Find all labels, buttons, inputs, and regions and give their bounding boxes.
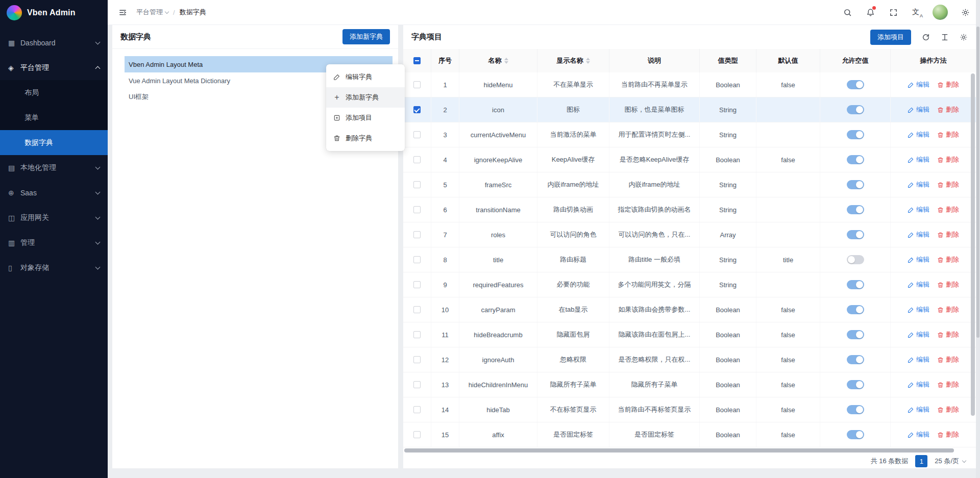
translate-icon[interactable]: 文A <box>911 8 921 17</box>
edit-button[interactable]: 编辑 <box>908 230 929 239</box>
row-checkbox[interactable] <box>413 181 421 188</box>
notification-bell-icon[interactable] <box>865 7 876 18</box>
allow-null-toggle[interactable] <box>847 205 864 214</box>
table-row[interactable]: 11 hideBreadcrumb 隐藏面包屑 隐藏该路由在面包屑上... Bo… <box>403 322 976 347</box>
context-menu-item-add-item[interactable]: 添加项目 <box>326 108 405 128</box>
edit-button[interactable]: 编辑 <box>908 130 929 139</box>
table-row[interactable]: 3 currentActiveMenu 当前激活的菜单 用于配置详情页时左侧..… <box>403 122 976 147</box>
allow-null-toggle[interactable] <box>847 180 864 189</box>
allow-null-toggle[interactable] <box>847 255 864 264</box>
horizontal-scrollbar-thumb[interactable] <box>404 448 954 452</box>
table-row[interactable]: 10 carryParam 在tab显示 如果该路由会携带参数... Boole… <box>403 297 976 322</box>
row-checkbox[interactable] <box>413 231 421 238</box>
table-row[interactable]: 14 hideTab 不在标签页显示 当前路由不再标签页显示 Boolean f… <box>403 397 976 422</box>
allow-null-toggle[interactable] <box>847 230 864 239</box>
allow-null-toggle[interactable] <box>847 405 864 414</box>
allow-null-toggle[interactable] <box>847 355 864 364</box>
allow-null-toggle[interactable] <box>847 305 864 314</box>
row-checkbox[interactable] <box>413 81 421 88</box>
delete-button[interactable]: 删除 <box>937 305 959 314</box>
table-scrollbar-thumb[interactable] <box>971 73 975 416</box>
gear-icon[interactable] <box>960 7 971 18</box>
sort-icon[interactable] <box>504 58 508 64</box>
sidebar-item[interactable]: ▦ Dashboard <box>0 30 108 55</box>
search-icon[interactable] <box>842 7 853 18</box>
page-size-select[interactable]: 25 条/页 <box>935 457 966 466</box>
row-checkbox[interactable] <box>413 156 421 163</box>
sidebar-item[interactable]: ▥ 管理 <box>0 230 108 255</box>
sidebar-item[interactable]: ⊕ Saas <box>0 180 108 205</box>
allow-null-toggle[interactable] <box>847 105 864 114</box>
delete-button[interactable]: 删除 <box>937 80 959 89</box>
context-menu-item-edit-dictionary[interactable]: 编辑字典 <box>326 67 405 87</box>
fullscreen-icon[interactable] <box>888 7 899 18</box>
delete-button[interactable]: 删除 <box>937 230 959 239</box>
sort-icon[interactable] <box>586 58 590 64</box>
edit-button[interactable]: 编辑 <box>908 355 929 364</box>
sidebar-item[interactable]: 菜单 <box>0 105 108 130</box>
allow-null-toggle[interactable] <box>847 80 864 89</box>
edit-button[interactable]: 编辑 <box>908 280 929 289</box>
delete-button[interactable]: 删除 <box>937 180 959 189</box>
delete-button[interactable]: 删除 <box>937 105 959 114</box>
row-checkbox[interactable] <box>413 381 421 388</box>
table-row[interactable]: 13 hideChildrenInMenu 隐藏所有子菜单 隐藏所有子菜单 Bo… <box>403 372 976 397</box>
edit-button[interactable]: 编辑 <box>908 155 929 164</box>
edit-button[interactable]: 编辑 <box>908 305 929 314</box>
page-number-button[interactable]: 1 <box>915 455 927 467</box>
table-row[interactable]: 1 hideMenu 不在菜单显示 当前路由不再菜单显示 Boolean fal… <box>403 72 976 97</box>
context-menu-item-delete-dictionary[interactable]: 删除字典 <box>326 128 405 148</box>
row-checkbox[interactable] <box>413 131 421 138</box>
avatar[interactable] <box>933 5 948 20</box>
table-row[interactable]: 4 ignoreKeepAlive KeepAlive缓存 是否忽略KeepAl… <box>403 147 976 172</box>
delete-button[interactable]: 删除 <box>937 280 959 289</box>
delete-button[interactable]: 删除 <box>937 380 959 389</box>
delete-button[interactable]: 删除 <box>937 330 959 339</box>
edit-button[interactable]: 编辑 <box>908 105 929 114</box>
table-row[interactable]: 2 icon 图标 图标，也是菜单图标 String 编辑 <box>403 97 976 122</box>
row-checkbox[interactable] <box>413 406 421 413</box>
sidebar-item[interactable]: ▤ 本地化管理 <box>0 155 108 180</box>
allow-null-toggle[interactable] <box>847 380 864 389</box>
edit-button[interactable]: 编辑 <box>908 205 929 214</box>
edit-button[interactable]: 编辑 <box>908 180 929 189</box>
refresh-icon[interactable] <box>922 33 930 41</box>
table-row[interactable]: 15 affix 是否固定标签 是否固定标签 Boolean false 编辑 <box>403 422 976 447</box>
delete-button[interactable]: 删除 <box>937 355 959 364</box>
breadcrumb-section[interactable]: 平台管理 <box>136 8 168 17</box>
add-dictionary-button[interactable]: 添加新字典 <box>342 29 390 44</box>
sidebar-item[interactable]: ▯ 对象存储 <box>0 255 108 280</box>
menu-fold-icon[interactable] <box>117 7 128 18</box>
allow-null-toggle[interactable] <box>847 155 864 164</box>
page-scrollbar-thumb[interactable] <box>976 27 979 338</box>
row-checkbox[interactable] <box>413 106 421 113</box>
row-checkbox[interactable] <box>413 306 421 313</box>
delete-button[interactable]: 删除 <box>937 255 959 264</box>
sidebar-item[interactable]: 数据字典 <box>0 130 108 155</box>
table-row[interactable]: 9 requiredFeatures 必要的功能 多个功能间用英文，分隔 Str… <box>403 272 976 297</box>
table-row[interactable]: 6 transitionName 路由切换动画 指定该路由切换的动画名 Stri… <box>403 197 976 222</box>
allow-null-toggle[interactable] <box>847 280 864 289</box>
header-name[interactable]: 名称 <box>459 49 537 72</box>
delete-button[interactable]: 删除 <box>937 430 959 439</box>
delete-button[interactable]: 删除 <box>937 155 959 164</box>
allow-null-toggle[interactable] <box>847 330 864 339</box>
table-row[interactable]: 5 frameSrc 内嵌iframe的地址 内嵌iframe的地址 Strin… <box>403 172 976 197</box>
delete-button[interactable]: 删除 <box>937 130 959 139</box>
sidebar-item[interactable]: ◫ 应用网关 <box>0 205 108 230</box>
row-checkbox[interactable] <box>413 256 421 263</box>
row-checkbox[interactable] <box>413 431 421 438</box>
edit-button[interactable]: 编辑 <box>908 380 929 389</box>
context-menu-item-add-dictionary[interactable]: + 添加新字典 <box>326 87 405 108</box>
delete-button[interactable]: 删除 <box>937 405 959 414</box>
app-logo[interactable]: Vben Admin <box>0 0 108 25</box>
edit-button[interactable]: 编辑 <box>908 80 929 89</box>
delete-button[interactable]: 删除 <box>937 205 959 214</box>
allow-null-toggle[interactable] <box>847 430 864 439</box>
edit-button[interactable]: 编辑 <box>908 255 929 264</box>
row-height-icon[interactable] <box>941 33 949 41</box>
sidebar-item[interactable]: 布局 <box>0 80 108 105</box>
table-settings-gear-icon[interactable] <box>960 33 968 41</box>
table-row[interactable]: 7 roles 可以访问的角色 可以访问的角色，只在... Array 编辑 <box>403 222 976 247</box>
select-all-checkbox[interactable] <box>413 57 421 64</box>
